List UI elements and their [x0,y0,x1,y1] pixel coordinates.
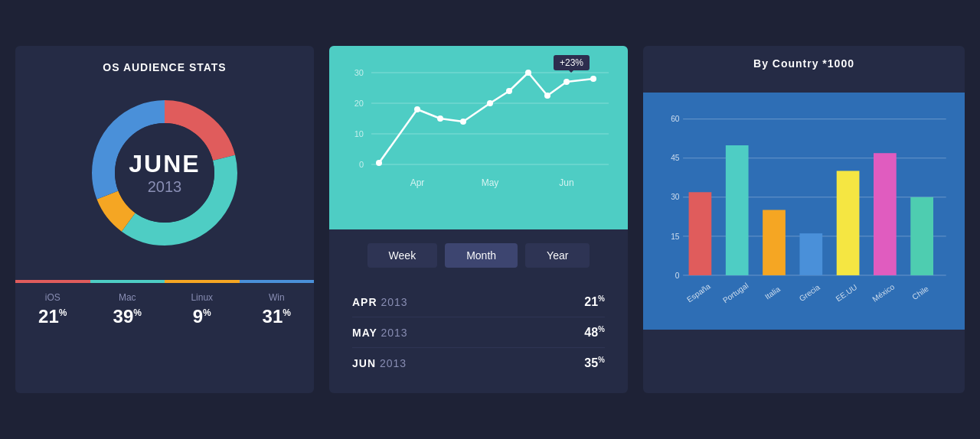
svg-text:0: 0 [359,160,364,169]
os-stats-title: OS AUDIENCE STATS [31,61,299,73]
svg-point-24 [544,93,550,99]
line-chart-card: +23% 0 10 20 30 Apr May Jun [329,46,628,394]
line-chart-svg: 0 10 20 30 Apr May Jun [341,57,616,210]
donut-center: JUNE 2013 [129,150,200,196]
svg-point-23 [525,70,531,76]
os-stat-win: Win 31% [240,280,315,337]
svg-text:30: 30 [671,193,680,201]
stat-apr-label: APR 2013 [352,296,408,308]
chart-buttons: Week Month Year [329,229,628,279]
os-stat-mac: Mac 39% [90,280,165,337]
bar-chart-area: 0 15 30 45 60 [643,93,965,330]
donut-month: JUNE [129,150,200,178]
svg-text:20: 20 [354,99,364,108]
os-stat-linux: Linux 9% [165,280,240,337]
bar-espana [689,192,712,275]
bar-italia [763,210,786,275]
svg-point-26 [590,76,596,82]
svg-point-19 [437,115,443,122]
svg-text:Apr: Apr [410,177,425,188]
os-ios-label: iOS [21,292,84,303]
svg-text:0: 0 [675,271,680,279]
svg-text:Grecia: Grecia [798,282,822,302]
stat-row-apr: APR 2013 21% [352,287,605,317]
svg-point-21 [487,100,493,106]
svg-point-18 [414,106,420,112]
os-win-label: Win [246,292,309,303]
svg-text:10: 10 [354,129,364,138]
svg-text:May: May [482,177,499,188]
svg-text:Italia: Italia [763,285,782,301]
year-button[interactable]: Year [525,243,590,268]
country-card: By Country *1000 0 15 30 45 60 [643,46,965,394]
bar-chart-svg: 0 15 30 45 60 [655,104,953,326]
svg-text:30: 30 [354,68,364,77]
svg-text:Jun: Jun [559,177,573,188]
svg-point-25 [564,79,570,85]
svg-text:EE.UU: EE.UU [835,282,859,303]
stat-row-jun: JUN 2013 35% [352,348,605,378]
month-button[interactable]: Month [445,243,518,268]
stat-may-label: MAY 2013 [352,327,408,339]
stat-jun-value: 35% [584,356,605,370]
chart-stats: APR 2013 21% MAY 2013 48% JUN 2013 35% [329,279,628,394]
stat-may-value: 48% [584,325,605,340]
bar-portugal [726,145,749,275]
stat-apr-value: 21% [584,294,605,309]
os-stat-ios: iOS 21% [15,280,90,337]
svg-text:15: 15 [671,232,680,240]
week-button[interactable]: Week [368,243,438,268]
svg-point-20 [460,119,466,125]
svg-point-17 [376,160,382,166]
line-chart-area: +23% 0 10 20 30 Apr May Jun [329,46,628,229]
donut-year: 2013 [129,178,200,196]
stat-row-may: MAY 2013 48% [352,317,605,348]
os-linux-label: Linux [171,292,234,303]
bar-eeuu [837,171,860,275]
os-mac-label: Mac [96,292,159,303]
os-stats-bottom: iOS 21% Mac 39% Linux 9% Win 31% [15,280,314,337]
svg-point-22 [506,88,512,94]
svg-text:Portugal: Portugal [721,281,750,304]
svg-text:México: México [871,282,896,304]
line-chart-badge: +23% [554,55,590,70]
bar-grecia [799,233,822,275]
os-linux-value: 9% [171,306,234,327]
os-win-value: 31% [246,306,309,327]
os-ios-value: 21% [21,306,84,327]
svg-text:60: 60 [671,115,680,123]
os-mac-value: 39% [96,306,159,327]
donut-chart: JUNE 2013 [31,89,299,257]
bar-mexico [874,153,897,275]
svg-text:Chile: Chile [910,284,930,301]
country-card-title: By Country *1000 [658,57,949,70]
svg-text:España: España [685,281,712,304]
dashboard: OS AUDIENCE STATS JUNE [15,46,965,394]
bar-chile [910,197,933,275]
os-stats-card: OS AUDIENCE STATS JUNE [15,46,314,394]
svg-text:45: 45 [671,154,680,162]
stat-jun-label: JUN 2013 [352,357,407,369]
